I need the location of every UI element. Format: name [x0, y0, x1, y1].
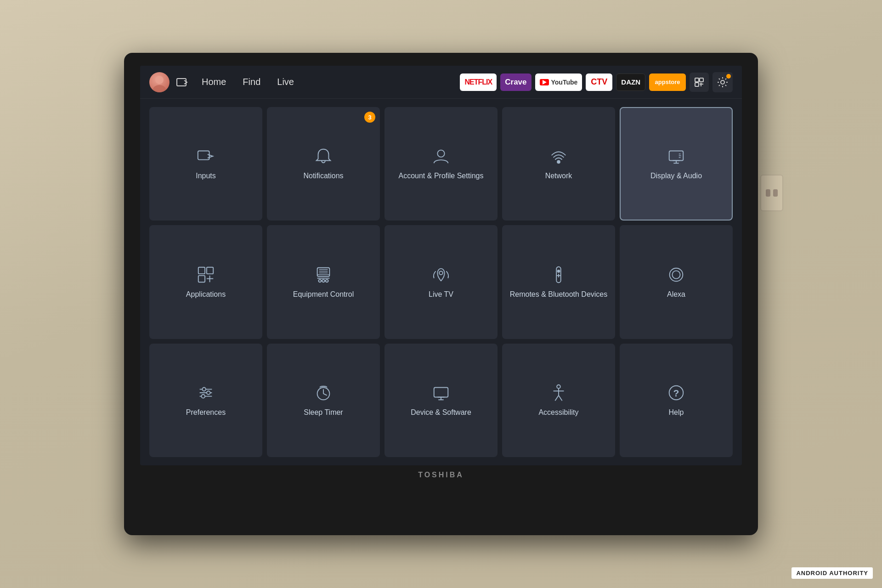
alexa-tile[interactable]: Alexa — [620, 225, 733, 339]
netflix-app[interactable]: NETFLIX — [460, 74, 497, 91]
nav-bar: Home Find Live NETFLIX Crave YouTube CTV — [140, 66, 742, 99]
applications-label: Applications — [186, 290, 226, 300]
equipment-control-tile[interactable]: Equipment Control — [267, 225, 380, 339]
svg-point-8 — [721, 80, 724, 84]
preferences-label: Preferences — [186, 408, 226, 418]
svg-point-29 — [326, 279, 328, 282]
inputs-icon — [196, 147, 215, 166]
help-tile[interactable]: ? Help — [620, 344, 733, 457]
notifications-label: Notifications — [303, 171, 343, 181]
svg-rect-5 — [695, 83, 699, 86]
svg-point-41 — [207, 391, 210, 395]
accessibility-tile[interactable]: Accessibility — [502, 344, 615, 457]
svg-line-53 — [555, 396, 559, 401]
crave-label: Crave — [505, 78, 526, 87]
settings-button[interactable] — [712, 72, 733, 92]
display-audio-tile[interactable]: Display & Audio — [620, 107, 733, 220]
dazn-label: DAZN — [621, 78, 640, 86]
inputs-tile[interactable]: Inputs — [149, 107, 262, 220]
tv-stand — [395, 481, 487, 495]
tv-brand: TOSHIBA — [418, 471, 464, 479]
svg-point-42 — [201, 395, 205, 398]
network-icon — [549, 147, 568, 166]
live-tv-icon — [431, 265, 451, 284]
sleep-timer-tile[interactable]: Sleep Timer — [267, 344, 380, 457]
svg-rect-4 — [700, 78, 703, 82]
help-icon: ? — [667, 383, 686, 402]
svg-rect-9 — [198, 151, 209, 160]
ctv-label: CTV — [591, 77, 607, 87]
remotes-tile[interactable]: Remotes & Bluetooth Devices — [502, 225, 615, 339]
dazn-app[interactable]: DAZN — [616, 74, 645, 91]
equipment-control-label: Equipment Control — [293, 290, 354, 300]
live-tv-label: Live TV — [429, 290, 453, 300]
watermark: ANDROID AUTHORITY — [792, 567, 873, 579]
svg-point-35 — [670, 268, 683, 281]
svg-rect-46 — [434, 387, 448, 397]
svg-rect-18 — [198, 276, 205, 282]
sleep-timer-label: Sleep Timer — [304, 408, 343, 418]
display-audio-icon — [667, 147, 686, 166]
ctv-app[interactable]: CTV — [586, 74, 612, 91]
svg-point-28 — [322, 279, 325, 282]
svg-rect-3 — [695, 78, 699, 82]
device-software-label: Device & Software — [411, 408, 471, 418]
svg-text:?: ? — [673, 388, 679, 398]
device-software-tile[interactable]: Device & Software — [384, 344, 498, 457]
appstore-label: appstore — [655, 79, 680, 85]
device-software-icon — [431, 383, 451, 402]
netflix-label: NETFLIX — [464, 78, 492, 86]
svg-point-50 — [557, 385, 560, 389]
tv-screen: Home Find Live NETFLIX Crave YouTube CTV — [140, 66, 742, 465]
svg-point-1 — [153, 85, 166, 92]
remotes-icon — [549, 265, 568, 284]
network-label: Network — [545, 171, 572, 181]
user-avatar[interactable] — [149, 72, 170, 92]
svg-rect-2 — [177, 79, 186, 86]
svg-point-40 — [202, 387, 206, 391]
appstore-app[interactable]: appstore — [649, 74, 686, 91]
alexa-icon — [667, 265, 686, 284]
svg-point-36 — [672, 271, 680, 278]
network-tile[interactable]: Network — [502, 107, 615, 220]
accessibility-label: Accessibility — [538, 408, 578, 418]
svg-point-27 — [319, 279, 322, 282]
input-icon[interactable] — [173, 73, 192, 91]
home-nav[interactable]: Home — [195, 74, 232, 90]
youtube-label: YouTube — [551, 79, 578, 86]
youtube-app[interactable]: YouTube — [535, 74, 582, 91]
applications-icon — [196, 265, 215, 284]
svg-line-54 — [559, 396, 562, 401]
svg-point-32 — [558, 270, 560, 272]
wall-outlet — [760, 175, 783, 211]
svg-line-45 — [323, 394, 327, 396]
alexa-label: Alexa — [667, 290, 685, 300]
find-nav[interactable]: Find — [236, 74, 267, 90]
live-tv-tile[interactable]: Live TV — [384, 225, 498, 339]
display-audio-label: Display & Audio — [650, 171, 702, 181]
svg-point-0 — [155, 76, 164, 84]
notification-badge: 3 — [364, 112, 375, 123]
svg-point-10 — [437, 150, 444, 157]
help-label: Help — [669, 408, 684, 418]
preferences-tile[interactable]: Preferences — [149, 344, 262, 457]
svg-rect-16 — [198, 267, 205, 273]
preferences-icon — [196, 383, 215, 402]
applications-tile[interactable]: Applications — [149, 225, 262, 339]
live-nav[interactable]: Live — [271, 74, 300, 90]
youtube-icon — [540, 79, 549, 85]
notifications-tile[interactable]: 3 Notifications — [267, 107, 380, 220]
inputs-label: Inputs — [196, 171, 216, 181]
settings-notification-dot — [726, 74, 731, 79]
svg-point-30 — [439, 271, 443, 275]
settings-grid: Inputs 3 Notifications — [140, 99, 742, 465]
svg-rect-21 — [317, 267, 330, 276]
svg-rect-17 — [207, 267, 213, 273]
tv-frame: Home Find Live NETFLIX Crave YouTube CTV — [124, 53, 758, 535]
sleep-timer-icon — [314, 383, 333, 402]
account-tile[interactable]: Account & Profile Settings — [384, 107, 498, 220]
crave-app[interactable]: Crave — [500, 74, 531, 91]
svg-point-11 — [557, 161, 560, 164]
account-icon — [431, 147, 451, 166]
apps-grid-button[interactable] — [690, 73, 709, 92]
